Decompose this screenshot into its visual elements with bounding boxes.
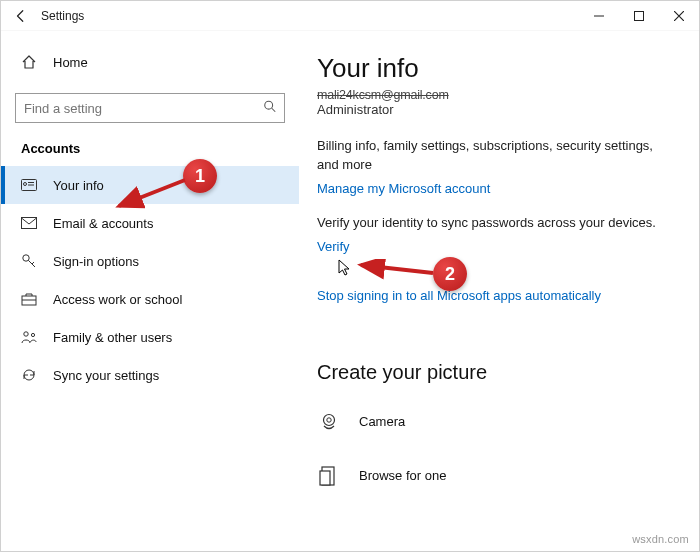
billing-description: Billing info, family settings, subscript…: [317, 137, 675, 175]
sidebar-item-email-accounts[interactable]: Email & accounts: [1, 204, 299, 242]
sidebar-item-label: Family & other users: [53, 330, 172, 345]
sidebar-item-signin-options[interactable]: Sign-in options: [1, 242, 299, 280]
close-button[interactable]: [659, 1, 699, 31]
sidebar-item-label: Sign-in options: [53, 254, 139, 269]
nav-home[interactable]: Home: [1, 43, 299, 81]
verify-description: Verify your identity to sync passwords a…: [317, 214, 675, 233]
sidebar: Home Accounts Your info Email & accounts: [1, 31, 299, 551]
people-icon: [21, 330, 37, 344]
svg-point-14: [24, 332, 28, 336]
sidebar-section-label: Accounts: [1, 141, 299, 166]
minimize-icon: [594, 11, 604, 21]
svg-point-16: [324, 414, 335, 425]
home-icon: [21, 54, 37, 70]
sidebar-item-family-users[interactable]: Family & other users: [1, 318, 299, 356]
titlebar: Settings: [1, 1, 699, 31]
svg-point-17: [327, 417, 331, 421]
camera-option[interactable]: Camera: [317, 400, 675, 444]
sidebar-item-label: Sync your settings: [53, 368, 159, 383]
watermark: wsxdn.com: [632, 533, 689, 545]
sidebar-item-label: Your info: [53, 178, 104, 193]
maximize-button[interactable]: [619, 1, 659, 31]
sidebar-item-sync-settings[interactable]: Sync your settings: [1, 356, 299, 394]
camera-icon: [317, 411, 341, 433]
camera-label: Camera: [359, 414, 405, 429]
browse-folder-icon: [317, 465, 341, 487]
browse-label: Browse for one: [359, 468, 446, 483]
svg-point-2: [265, 101, 273, 109]
key-icon: [21, 253, 37, 269]
picture-heading: Create your picture: [317, 361, 675, 384]
sync-icon: [21, 367, 37, 383]
svg-point-15: [31, 333, 34, 336]
envelope-icon: [21, 217, 37, 229]
sidebar-item-work-school[interactable]: Access work or school: [1, 280, 299, 318]
stop-signin-link[interactable]: Stop signing in to all Microsoft apps au…: [317, 288, 601, 303]
account-email: mali24kcsm@gmail.com: [317, 88, 675, 102]
manage-account-link[interactable]: Manage my Microsoft account: [317, 181, 490, 196]
minimize-button[interactable]: [579, 1, 619, 31]
svg-rect-19: [320, 471, 330, 485]
page-title: Your info: [317, 53, 675, 84]
svg-point-7: [24, 183, 27, 186]
verify-link[interactable]: Verify: [317, 239, 350, 254]
back-button[interactable]: [1, 1, 41, 30]
close-icon: [674, 11, 684, 21]
svg-line-3: [272, 108, 276, 112]
briefcase-icon: [21, 292, 37, 306]
account-role: Administrator: [317, 102, 675, 117]
svg-point-9: [23, 255, 29, 261]
sidebar-item-label: Access work or school: [53, 292, 182, 307]
browse-option[interactable]: Browse for one: [317, 454, 675, 498]
search-input[interactable]: [15, 93, 285, 123]
svg-rect-8: [22, 218, 37, 229]
nav-home-label: Home: [53, 55, 88, 70]
search-icon: [263, 100, 277, 117]
svg-line-11: [32, 262, 34, 264]
arrow-left-icon: [14, 9, 28, 23]
svg-rect-1: [635, 12, 644, 21]
sidebar-item-your-info[interactable]: Your info: [1, 166, 299, 204]
maximize-icon: [634, 11, 644, 21]
window-title: Settings: [41, 9, 84, 23]
search-box[interactable]: [15, 93, 285, 123]
id-card-icon: [21, 178, 37, 192]
sidebar-item-label: Email & accounts: [53, 216, 153, 231]
main-panel: Your info mali24kcsm@gmail.com Administr…: [299, 31, 699, 551]
